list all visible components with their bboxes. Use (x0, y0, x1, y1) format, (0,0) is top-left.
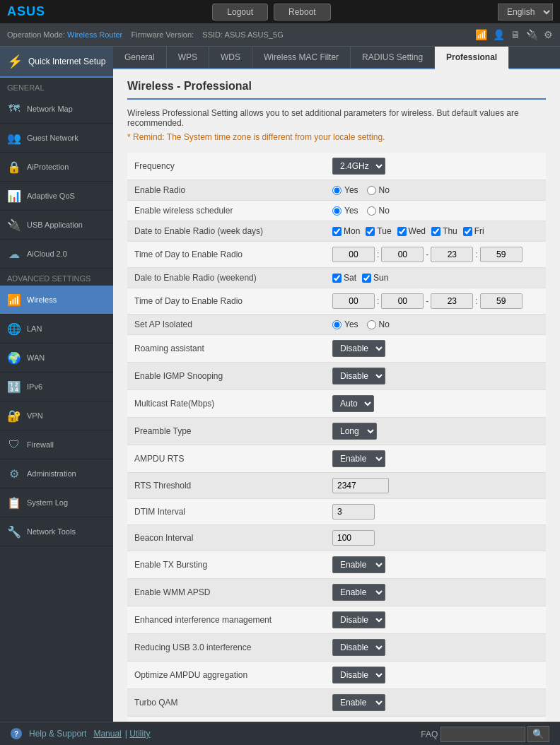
sat-checkbox[interactable] (332, 274, 342, 283)
thu-checkbox[interactable] (431, 227, 441, 236)
end-min-weekend-input[interactable] (480, 293, 523, 309)
radio-no-label[interactable]: No (367, 185, 390, 195)
radio-yes[interactable] (332, 186, 342, 195)
turbo-qam-select[interactable]: EnableDisable (332, 694, 385, 711)
ap-no-label[interactable]: No (367, 319, 390, 329)
adaptive-qos-icon: 📊 (7, 189, 21, 203)
preamble-type-select[interactable]: LongShort (332, 423, 377, 440)
setting-control: EnableDisable (325, 551, 546, 579)
table-row: Optimize AMPDU aggregation DisableEnable (127, 662, 546, 689)
sidebar-item-vpn[interactable]: 🔐 VPN (0, 401, 113, 430)
tab-general[interactable]: General (113, 47, 167, 68)
sidebar-item-network-tools[interactable]: 🔧 Network Tools (0, 517, 113, 546)
mon-checkbox[interactable] (332, 227, 342, 236)
utility-link[interactable]: Utility (129, 729, 150, 739)
setting-control: Yes No (325, 180, 546, 201)
time-colon-1: : (377, 250, 379, 259)
sidebar-item-ipv6[interactable]: 🔢 IPv6 (0, 372, 113, 401)
tabs-bar: General WPS WDS Wireless MAC Filter RADI… (113, 47, 560, 69)
sidebar-item-wan[interactable]: 🌍 WAN (0, 344, 113, 372)
interference-mgmt-select[interactable]: DisableEnable (332, 611, 385, 628)
faq-search-button[interactable]: 🔍 (527, 726, 549, 742)
sidebar-item-usb-application[interactable]: 🔌 USB Application (0, 211, 113, 240)
network-map-icon: 🗺 (7, 102, 21, 116)
wed-checkbox[interactable] (397, 227, 407, 236)
sun-label[interactable]: Sun (362, 273, 388, 283)
ap-yes-label[interactable]: Yes (332, 319, 358, 329)
fri-checkbox[interactable] (463, 227, 472, 236)
reboot-button[interactable]: Reboot (274, 4, 331, 20)
faq-search-input[interactable] (441, 727, 525, 742)
manual-link[interactable]: Manual (93, 729, 121, 739)
sidebar-item-system-log[interactable]: 📋 System Log (0, 488, 113, 517)
ampdu-rts-select[interactable]: EnableDisable (332, 450, 385, 467)
logout-button[interactable]: Logout (212, 4, 268, 20)
multicast-rate-select[interactable]: Auto12 (332, 395, 374, 412)
sidebar-item-label: Adaptive QoS (27, 192, 75, 200)
firewall-icon: 🛡 (7, 438, 21, 452)
dtim-interval-input[interactable] (332, 504, 375, 520)
tx-bursting-select[interactable]: EnableDisable (332, 556, 385, 573)
setting-control: DisableEnable (325, 335, 546, 363)
end-hour-weekend-input[interactable] (431, 293, 473, 309)
scheduler-no-label[interactable]: No (367, 206, 390, 216)
tue-label[interactable]: Tue (366, 226, 391, 236)
tab-wireless-mac-filter[interactable]: Wireless MAC Filter (252, 47, 351, 68)
tab-wds[interactable]: WDS (209, 47, 252, 68)
scheduler-yes-label[interactable]: Yes (332, 206, 358, 216)
sidebar-item-lan[interactable]: 🌐 LAN (0, 315, 113, 344)
ssid-label: SSID: (202, 30, 223, 39)
table-row: Enable WMM APSD EnableDisable (127, 579, 546, 606)
start-hour-input[interactable] (332, 247, 375, 262)
wed-label[interactable]: Wed (397, 226, 426, 236)
sidebar-item-firewall[interactable]: 🛡 Firewall (0, 430, 113, 459)
end-hour-input[interactable] (431, 247, 473, 262)
sidebar-item-label: USB Application (27, 221, 83, 229)
sun-checkbox[interactable] (362, 274, 371, 283)
sidebar-item-wireless[interactable]: 📶 Wireless (0, 286, 113, 315)
setting-label: Reducing USB 3.0 interference (127, 634, 325, 662)
scheduler-no-radio[interactable] (367, 206, 376, 216)
radio-no[interactable] (367, 186, 376, 195)
sidebar-item-aicloud[interactable]: ☁ AiCloud 2.0 (0, 240, 113, 269)
end-min-input[interactable] (480, 247, 523, 262)
operation-mode-value[interactable]: Wireless Router (67, 30, 122, 39)
start-min-weekend-input[interactable] (381, 293, 424, 309)
sidebar-item-adaptive-qos[interactable]: 📊 Adaptive QoS (0, 182, 113, 211)
sidebar-item-label: AiCloud 2.0 (27, 250, 67, 258)
start-min-input[interactable] (381, 247, 424, 262)
radio-yes-label[interactable]: Yes (332, 185, 358, 195)
settings-icon: ⚙ (544, 29, 553, 40)
setting-label: Enable IGMP Snooping (127, 363, 325, 390)
mon-label[interactable]: Mon (332, 226, 360, 236)
roaming-assistant-select[interactable]: DisableEnable (332, 340, 385, 357)
sidebar-item-quick-setup[interactable]: ⚡ Quick Internet Setup (0, 47, 113, 78)
network-icon: 🖥 (511, 29, 520, 40)
tab-professional[interactable]: Professional (435, 47, 509, 69)
thu-label[interactable]: Thu (431, 226, 457, 236)
tab-radius-setting[interactable]: RADIUS Setting (351, 47, 435, 68)
ampdu-aggregation-select[interactable]: DisableEnable (332, 667, 385, 684)
ap-yes-radio[interactable] (332, 320, 342, 329)
sat-label[interactable]: Sat (332, 273, 356, 283)
frequency-select[interactable]: 2.4GHz5GHz (332, 158, 385, 175)
tue-checkbox[interactable] (366, 227, 375, 236)
ap-no-radio[interactable] (367, 320, 376, 329)
status-bar: Operation Mode: Wireless Router Firmware… (0, 23, 560, 47)
wmm-apsd-select[interactable]: EnableDisable (332, 584, 385, 601)
usb-interference-select[interactable]: DisableEnable (332, 639, 385, 656)
start-hour-weekend-input[interactable] (332, 293, 375, 309)
rts-threshold-input[interactable] (332, 478, 389, 493)
setting-label: Enable WMM APSD (127, 579, 325, 606)
fri-label[interactable]: Fri (463, 226, 484, 236)
setting-label: Enable wireless scheduler (127, 201, 325, 221)
igmp-snooping-select[interactable]: DisableEnable (332, 368, 385, 385)
beacon-interval-input[interactable] (332, 530, 375, 546)
scheduler-yes-radio[interactable] (332, 206, 342, 216)
language-select[interactable]: English (498, 4, 553, 20)
sidebar-item-administration[interactable]: ⚙ Administration (0, 459, 113, 488)
sidebar-item-aiprotection[interactable]: 🔒 AiProtection (0, 153, 113, 182)
tab-wps[interactable]: WPS (167, 47, 209, 68)
sidebar-item-network-map[interactable]: 🗺 Network Map (0, 95, 113, 124)
sidebar-item-guest-network[interactable]: 👥 Guest Network (0, 124, 113, 153)
